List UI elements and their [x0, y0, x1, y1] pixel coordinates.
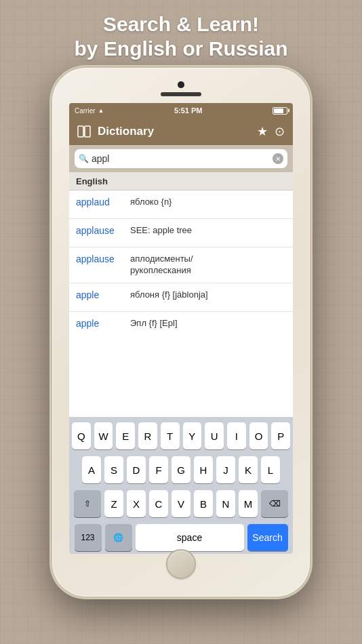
key-s[interactable]: S: [104, 456, 123, 483]
search-icon: 🔍: [79, 154, 89, 163]
status-time: 5:51 PM: [174, 106, 203, 115]
tagline: Search & Learn! by English or Russian: [74, 12, 287, 61]
shift-key[interactable]: ⇧: [74, 490, 101, 517]
history-button[interactable]: ⊙: [275, 124, 285, 139]
key-r[interactable]: R: [138, 422, 157, 449]
svg-rect-0: [78, 126, 83, 137]
key-t[interactable]: T: [161, 422, 180, 449]
key-g[interactable]: G: [172, 456, 190, 483]
key-m[interactable]: M: [239, 490, 258, 517]
keyboard-row-1: QWERTYUIOP: [72, 422, 290, 449]
tagline-line2: by English or Russian: [74, 37, 287, 61]
search-bar-container: 🔍 appl ✕: [69, 145, 293, 172]
phone-top: [60, 76, 302, 103]
home-button[interactable]: [166, 549, 196, 579]
result-def-1: SEE: apple tree: [130, 225, 286, 237]
phone-frame: Carrier ▲ 5:51 PM Dictionary ★: [52, 68, 310, 597]
key-v[interactable]: V: [172, 490, 190, 517]
wifi-icon: ▲: [98, 107, 104, 114]
battery-icon: [273, 107, 287, 115]
key-w[interactable]: W: [94, 422, 113, 449]
space-key[interactable]: space: [136, 524, 244, 551]
result-def-3: яблоня {f} [jáblonja]: [130, 289, 286, 301]
camera: [178, 81, 184, 88]
result-row-2[interactable]: applause аплодисменты/ рукоплескания: [69, 247, 293, 283]
keyboard: QWERTYUIOP ASDFGHJKL ⇧ ZXCVBNM⌫ 123 🌐 sp…: [69, 417, 293, 554]
key-q[interactable]: Q: [72, 422, 91, 449]
result-word-1: applause: [76, 225, 130, 236]
key-d[interactable]: D: [127, 456, 146, 483]
result-row-3[interactable]: apple яблоня {f} [jáblonja]: [69, 283, 293, 312]
key-u[interactable]: U: [205, 422, 224, 449]
key-f[interactable]: F: [149, 456, 168, 483]
keyboard-row-3: ⇧ ZXCVBNM⌫: [72, 490, 290, 517]
key-c[interactable]: C: [149, 490, 168, 517]
key-b[interactable]: B: [194, 490, 213, 517]
nav-bar: Dictionary ★ ⊙: [69, 118, 293, 145]
nav-title: Dictionary: [98, 125, 154, 138]
result-row-4-partial[interactable]: apple Эпл {f} [Epl]: [69, 312, 293, 332]
result-word-2: applause: [76, 254, 130, 264]
key-n[interactable]: N: [216, 490, 235, 517]
result-row-1[interactable]: applause SEE: apple tree: [69, 219, 293, 247]
status-left: Carrier ▲: [75, 107, 104, 115]
key-e[interactable]: E: [116, 422, 135, 449]
results-area: English applaud яблоко {n} applause SEE:…: [69, 172, 293, 417]
result-def-2: аплодисменты/ рукоплескания: [130, 254, 286, 277]
key-o[interactable]: O: [249, 422, 268, 449]
favorites-button[interactable]: ★: [257, 124, 268, 139]
num-key[interactable]: 123: [75, 524, 102, 551]
status-right: [273, 107, 287, 115]
key-p[interactable]: P: [271, 422, 290, 449]
phone-screen: Carrier ▲ 5:51 PM Dictionary ★: [69, 103, 293, 554]
search-button[interactable]: Search: [247, 524, 288, 551]
key-x[interactable]: X: [127, 490, 146, 517]
speaker: [161, 92, 201, 96]
key-i[interactable]: I: [227, 422, 246, 449]
search-input[interactable]: appl: [92, 153, 270, 164]
key-a[interactable]: A: [82, 456, 101, 483]
result-word-0: applaud: [76, 197, 130, 207]
results-header-label: English: [76, 176, 108, 186]
results-header: English: [69, 172, 293, 190]
battery-fill: [274, 108, 283, 113]
book-icon: [77, 125, 91, 138]
key-j[interactable]: J: [216, 456, 235, 483]
result-word-3: apple: [76, 289, 130, 300]
result-def-4: Эпл {f} [Epl]: [130, 318, 286, 329]
search-bar[interactable]: 🔍 appl ✕: [75, 149, 287, 168]
key-h[interactable]: H: [194, 456, 213, 483]
result-word-4: apple: [76, 318, 130, 329]
globe-key[interactable]: 🌐: [105, 524, 132, 551]
nav-right: ★ ⊙: [257, 124, 285, 139]
search-clear-button[interactable]: ✕: [273, 153, 283, 164]
carrier-label: Carrier: [75, 107, 96, 115]
tagline-line1: Search & Learn!: [74, 12, 287, 37]
key-l[interactable]: L: [261, 456, 280, 483]
phone-bottom: [166, 554, 196, 574]
keyboard-row-2: ASDFGHJKL: [72, 456, 290, 483]
status-bar: Carrier ▲ 5:51 PM: [69, 103, 293, 118]
svg-rect-1: [85, 126, 90, 137]
result-row-0[interactable]: applaud яблоко {n}: [69, 190, 293, 219]
keyboard-row-bottom: 123 🌐 space Search: [72, 524, 290, 551]
delete-key[interactable]: ⌫: [261, 490, 288, 517]
nav-left: Dictionary: [77, 125, 154, 138]
key-z[interactable]: Z: [104, 490, 123, 517]
result-def-0: яблоко {n}: [130, 197, 286, 208]
key-y[interactable]: Y: [183, 422, 202, 449]
key-k[interactable]: K: [239, 456, 258, 483]
